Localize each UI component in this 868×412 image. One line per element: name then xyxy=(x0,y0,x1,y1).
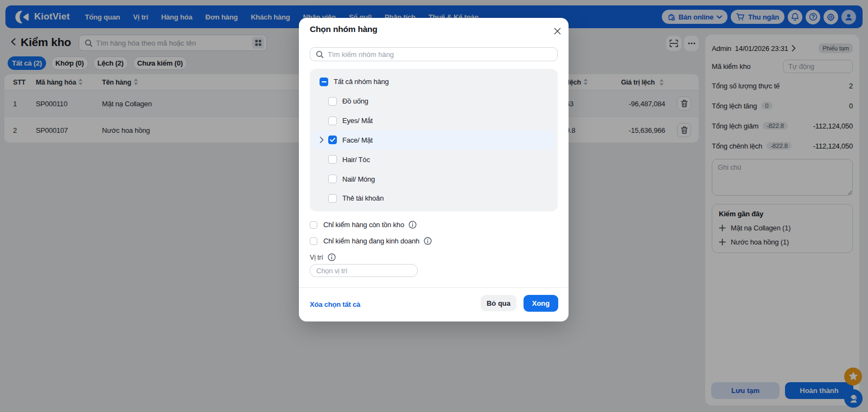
expand-chevron-icon[interactable] xyxy=(317,136,326,144)
skip-button[interactable]: Bỏ qua xyxy=(481,295,516,311)
search-icon xyxy=(316,50,324,59)
modal-title: Chọn nhóm hàng xyxy=(310,24,378,34)
tree-row-group-selected[interactable]: Face/ Mặt xyxy=(313,131,554,150)
checkbox[interactable] xyxy=(328,175,337,183)
tree-row-group[interactable]: Nail/ Móng xyxy=(313,169,554,189)
tree-row-group[interactable]: Eyes/ Mắt xyxy=(313,111,554,131)
tree-row-all-groups[interactable]: Tất cả nhóm hàng xyxy=(313,72,554,92)
tree-row-group[interactable]: Đồ uống xyxy=(313,92,554,111)
location-label-row: Vị trí xyxy=(310,253,336,261)
modal-footer-divider xyxy=(299,287,569,288)
checkbox[interactable] xyxy=(328,117,337,125)
clear-all-link[interactable]: Xóa chọn tất cả xyxy=(310,300,360,308)
location-label: Vị trí xyxy=(310,254,323,261)
info-icon xyxy=(328,253,336,261)
checkbox[interactable] xyxy=(310,221,317,229)
checkbox-checked[interactable] xyxy=(328,136,337,144)
tree-row-group[interactable]: Thẻ tài khoản xyxy=(313,189,554,208)
option-active-products[interactable]: Chỉ kiểm hàng đang kinh doanh xyxy=(310,237,432,245)
group-tree: Tất cả nhóm hàng Đồ uống Eyes/ Mắt Face/… xyxy=(310,69,558,211)
close-icon[interactable] xyxy=(551,25,563,37)
checkbox[interactable] xyxy=(328,155,337,164)
option-in-stock[interactable]: Chỉ kiểm hàng còn tồn kho xyxy=(310,221,417,229)
checkbox-indeterminate[interactable] xyxy=(320,78,328,86)
checkbox[interactable] xyxy=(310,237,317,245)
info-icon xyxy=(409,221,417,229)
info-icon xyxy=(424,237,432,245)
group-search-input[interactable] xyxy=(324,50,553,59)
group-search[interactable] xyxy=(310,47,558,61)
select-group-modal: Chọn nhóm hàng Tất cả nhóm hàng Đồ uống … xyxy=(299,18,569,321)
done-button[interactable]: Xong xyxy=(524,295,558,312)
tree-row-group[interactable]: Hair/ Tóc xyxy=(313,150,554,169)
checkbox[interactable] xyxy=(328,194,337,203)
checkbox[interactable] xyxy=(328,97,337,106)
location-input[interactable] xyxy=(310,264,418,277)
